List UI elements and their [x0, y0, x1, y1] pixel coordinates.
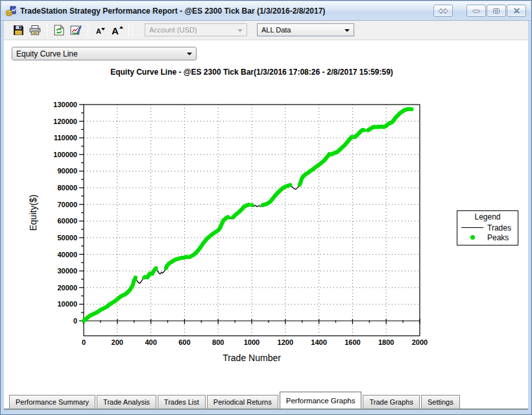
- refresh-button[interactable]: [51, 23, 67, 38]
- toolbar-separator: [47, 24, 47, 37]
- data-range-dropdown[interactable]: ALL Data: [257, 23, 354, 36]
- x-axis-title: Trade Number: [223, 353, 281, 363]
- close-icon: [513, 8, 520, 14]
- report-edit-icon: [70, 25, 82, 36]
- legend-item-peaks: Peaks: [457, 233, 518, 242]
- x-tick-label: 800: [212, 338, 224, 346]
- chart-title: Equity Curve Line - @ES 2300 Tick Bar(1/…: [110, 68, 393, 77]
- legend-item-trades: Trades: [457, 223, 518, 233]
- y-tick-label: 80000: [57, 184, 77, 192]
- font-smaller-icon: A: [94, 25, 106, 36]
- y-tick-label: 10000: [57, 300, 77, 308]
- x-tick-label: 400: [145, 338, 156, 346]
- x-tick-label: 1600: [345, 338, 360, 346]
- window-title: TradeStation Strategy Performance Report…: [20, 6, 325, 16]
- account-dropdown-value: Account (USD): [149, 26, 197, 34]
- report-tabs: Performance SummaryTrade AnalysisTrades …: [4, 392, 528, 410]
- minimize-button[interactable]: [466, 5, 486, 17]
- y-tick-label: 50000: [57, 234, 77, 242]
- svg-text:A: A: [112, 25, 119, 36]
- toolbar-separator: [132, 24, 133, 37]
- x-tick-label: 1800: [378, 338, 394, 346]
- decrease-font-button[interactable]: A: [91, 23, 108, 38]
- trades-line-sample: [461, 227, 483, 228]
- double-arrow-icon: [438, 8, 448, 14]
- save-button[interactable]: [10, 23, 27, 38]
- y-tick-label: 40000: [57, 251, 77, 258]
- report-area: Equity Curve Line 0100002000030000400005…: [4, 40, 528, 410]
- svg-text:A: A: [96, 27, 101, 35]
- equity-curve-chart: 0100002000030000400005000060000700008000…: [4, 40, 529, 394]
- tab-periodical-returns[interactable]: Periodical Returns: [207, 395, 278, 409]
- x-tick-label: 200: [112, 338, 123, 346]
- x-tick-label: 1400: [311, 338, 326, 346]
- y-axis-title: Equity($): [28, 194, 38, 231]
- y-tick-label: 90000: [57, 167, 77, 175]
- export-report-button[interactable]: [67, 23, 84, 38]
- font-larger-icon: A: [110, 25, 123, 36]
- legend-label: Peaks: [487, 233, 509, 242]
- refresh-page-icon: [54, 25, 64, 36]
- y-tick-label: 30000: [57, 267, 77, 275]
- printer-icon: [29, 25, 41, 36]
- y-tick-label: 110000: [54, 134, 77, 142]
- increase-font-button[interactable]: A: [108, 23, 125, 38]
- chevron-down-icon: [237, 29, 243, 32]
- toolbar-separator: [88, 24, 88, 37]
- tab-settings[interactable]: Settings: [421, 395, 460, 409]
- peaks-dot-sample: [470, 235, 475, 240]
- y-tick-label: 20000: [57, 284, 77, 292]
- close-button[interactable]: [507, 5, 526, 17]
- peaks-series-dots: [82, 107, 414, 323]
- y-tick-label: 60000: [57, 217, 77, 225]
- tab-performance-graphs[interactable]: Performance Graphs: [280, 392, 362, 409]
- x-tick-label: 1200: [278, 338, 293, 346]
- toolbar-separator: [128, 24, 129, 37]
- print-button[interactable]: [27, 23, 43, 38]
- chart-legend: Legend Trades Peaks: [457, 210, 518, 245]
- x-tick-label: 2000: [412, 338, 428, 346]
- x-tick-label: 1000: [244, 338, 260, 346]
- y-tick-label: 0: [73, 317, 77, 325]
- y-tick-label: 100000: [53, 151, 77, 158]
- y-tick-label: 70000: [57, 201, 77, 208]
- minimize-icon: [472, 8, 480, 14]
- plot-frame: [84, 105, 420, 336]
- legend-title: Legend: [457, 212, 518, 221]
- tab-trades-list[interactable]: Trades List: [158, 395, 206, 409]
- y-tick-label: 130000: [53, 101, 77, 108]
- restore-icon: [492, 8, 500, 14]
- account-dropdown: Account (USD): [145, 23, 247, 36]
- restore-toggle-button[interactable]: [433, 5, 453, 17]
- floppy-disk-icon: [13, 25, 24, 36]
- y-tick-label: 120000: [53, 118, 77, 125]
- x-tick-label: 0: [82, 338, 86, 346]
- app-window: TradeStation Strategy Performance Report…: [0, 0, 532, 415]
- title-bar: TradeStation Strategy Performance Report…: [1, 1, 531, 21]
- toolbar: A A Account (USD) ALL Data: [4, 21, 528, 40]
- trades-series-line: [84, 109, 412, 321]
- legend-label: Trades: [487, 223, 511, 233]
- tab-trade-analysis[interactable]: Trade Analysis: [97, 395, 156, 409]
- data-range-dropdown-value: ALL Data: [261, 26, 291, 34]
- tradestation-report-icon: [6, 6, 16, 16]
- x-tick-label: 600: [178, 338, 190, 346]
- tab-performance-summary[interactable]: Performance Summary: [9, 395, 95, 409]
- maximize-button[interactable]: [487, 5, 506, 17]
- tab-trade-graphs[interactable]: Trade Graphs: [363, 395, 419, 409]
- chevron-down-icon: [345, 29, 350, 32]
